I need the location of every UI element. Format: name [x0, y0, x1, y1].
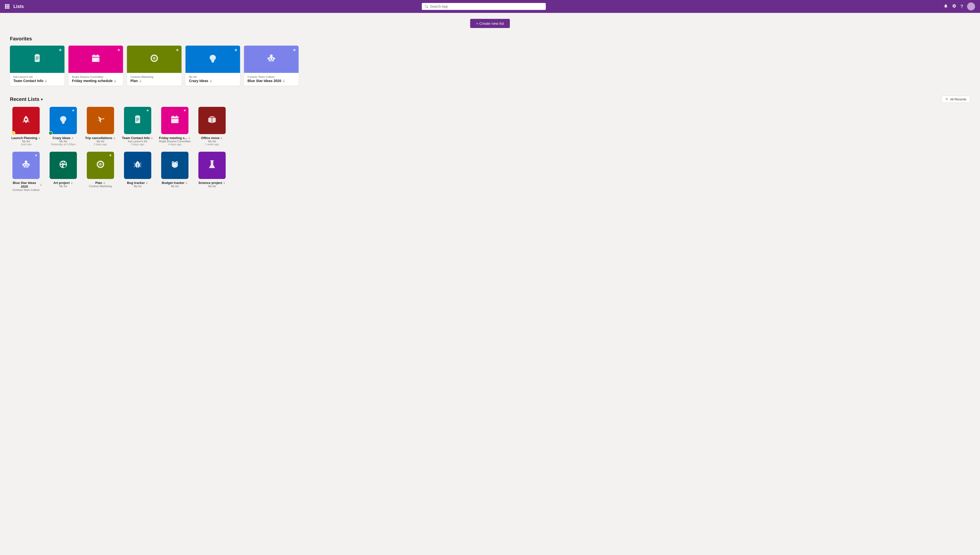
recent-card-icon-wrap: ★	[161, 107, 188, 134]
svg-rect-34	[270, 60, 273, 61]
recent-list-card[interactable]: Art project My list	[47, 152, 79, 191]
svg-point-76	[137, 161, 139, 164]
svg-rect-53	[174, 121, 175, 122]
settings-icon[interactable]	[952, 4, 956, 10]
notification-icon[interactable]	[943, 4, 948, 10]
svg-point-32	[270, 58, 271, 59]
recent-card-owner: My list	[171, 184, 178, 188]
favorite-card-title: Blue Star Ideas 2020	[247, 79, 295, 83]
favorite-card[interactable]: ★ Bright Dreams Committee Friday meeting…	[68, 46, 123, 86]
svg-rect-10	[36, 54, 39, 55]
share-icon	[185, 181, 188, 184]
filter-icon	[945, 98, 948, 101]
recent-grid-row2: ★ Blue Star Ideas 2020 Contoso Team Cult…	[10, 152, 970, 191]
recent-list-card[interactable]: Trip cancellations My list 2 days ago	[84, 107, 117, 146]
svg-line-80	[140, 163, 141, 164]
create-new-list-button[interactable]: + Create new list	[470, 19, 510, 28]
favorite-card-icon	[266, 53, 276, 66]
recent-card-icon	[207, 159, 217, 172]
recent-card-name: Launch Planning	[11, 136, 41, 140]
recent-lists-heading[interactable]: Recent Lists ▾	[10, 96, 43, 102]
recent-card-icon-wrap	[50, 152, 77, 179]
recent-list-card[interactable]: ★ Team Contact Info Kat Larson's list 3 …	[122, 107, 154, 146]
recent-list-card[interactable]: Budget tracker My list	[159, 152, 191, 191]
recent-card-name: Science project	[198, 181, 226, 184]
svg-rect-27	[212, 61, 214, 62]
recent-card-time: 1 week ago	[205, 143, 219, 146]
recent-star-icon[interactable]: ★	[109, 153, 112, 157]
share-icon	[103, 181, 106, 184]
all-recents-button[interactable]: All Recents	[941, 96, 970, 103]
favorite-star-icon[interactable]: ★	[175, 48, 179, 52]
recent-card-name: Budget tracker	[162, 181, 188, 184]
search-box	[422, 3, 546, 10]
share-icon	[44, 79, 48, 83]
recent-card-icon	[58, 114, 68, 127]
recent-star-icon[interactable]: ★	[34, 153, 38, 157]
recent-card-owner: My list	[134, 184, 141, 188]
recent-card-owner: My list	[59, 140, 67, 143]
svg-rect-36	[274, 58, 275, 59]
recent-list-card[interactable]: Office move My list 1 week ago	[196, 107, 228, 146]
recent-card-owner: My list	[208, 184, 216, 188]
waffle-icon[interactable]	[5, 4, 10, 9]
recent-card-icon	[207, 114, 217, 127]
recent-star-icon[interactable]: ★	[146, 108, 149, 112]
search-container	[28, 3, 940, 10]
recent-card-time: 2 days ago	[94, 143, 107, 146]
share-icon	[209, 79, 212, 83]
favorite-card[interactable]: ★ Contoso Marketing Plan	[127, 46, 182, 86]
help-icon[interactable]: ?	[961, 4, 963, 9]
recent-list-card[interactable]: Science project My list	[196, 152, 228, 191]
share-icon	[38, 136, 41, 139]
svg-point-74	[100, 164, 101, 165]
header-icons: ?	[943, 3, 975, 10]
recent-star-icon[interactable]: ★	[183, 108, 186, 112]
favorite-star-icon[interactable]: ★	[58, 48, 62, 52]
favorite-star-icon[interactable]: ★	[234, 48, 238, 52]
svg-rect-63	[29, 164, 30, 165]
recent-card-owner: My list	[22, 140, 30, 143]
recent-card-icon	[170, 114, 180, 127]
svg-rect-3	[5, 6, 6, 7]
recent-list-card[interactable]: ↗ Launch Planning My list Just now	[10, 107, 42, 146]
recent-card-icon-wrap	[87, 107, 114, 134]
favorite-card-icon	[149, 53, 159, 66]
recent-list-card[interactable]: Bug tracker My list	[122, 152, 154, 191]
recent-list-card[interactable]: ★ Plan Contoso Marketing	[84, 152, 117, 191]
share-icon	[220, 136, 223, 139]
recent-list-card[interactable]: ★ Friday meeting s... Bright Dreams Comm…	[159, 107, 191, 146]
svg-rect-18	[93, 58, 95, 60]
recent-card-icon-wrap: ★	[87, 152, 114, 179]
svg-rect-16	[93, 54, 95, 56]
favorite-star-icon[interactable]: ★	[117, 48, 120, 52]
svg-rect-28	[212, 62, 214, 63]
svg-line-79	[134, 166, 135, 167]
recent-card-owner: Contoso Team Culture	[13, 188, 39, 191]
search-input[interactable]	[430, 5, 543, 8]
recent-list-card[interactable]: ★ Blue Star Ideas 2020 Contoso Team Cult…	[10, 152, 42, 191]
favorite-card[interactable]: ★ Kat Larson's list Team Contact Info	[10, 46, 64, 86]
recent-card-time: Yesterday at 4:30pm	[51, 143, 76, 146]
favorite-card[interactable]: ★ Contoso Team Culture Blue Star Ideas 2…	[244, 46, 299, 86]
recent-star-icon[interactable]: ★	[72, 108, 75, 112]
favorites-grid: ★ Kat Larson's list Team Contact Info ★ …	[10, 46, 970, 86]
recent-card-name: Friday meeting s...	[159, 136, 191, 140]
share-icon	[113, 136, 116, 139]
recent-grid: ↗ Launch Planning My list Just now ★ ↗ C…	[10, 107, 970, 146]
favorite-card[interactable]: ★ My list Crazy Ideas	[185, 46, 240, 86]
favorite-card-subtitle: Bright Dreams Committee	[72, 75, 119, 78]
svg-point-68	[61, 165, 62, 166]
svg-point-66	[64, 162, 66, 164]
favorite-card-icon	[91, 53, 101, 66]
recent-card-icon-wrap	[124, 152, 151, 179]
svg-point-33	[272, 58, 273, 59]
svg-rect-41	[137, 115, 139, 116]
recent-card-icon-wrap: ★ ↗	[50, 107, 77, 134]
recent-list-card[interactable]: ★ ↗ Crazy Ideas My list Yesterday at 4:3…	[47, 107, 79, 146]
recent-card-owner: Contoso Marketing	[89, 184, 112, 188]
svg-rect-19	[95, 58, 96, 60]
share-icon	[40, 183, 42, 186]
avatar[interactable]	[967, 3, 975, 10]
favorite-star-icon[interactable]: ★	[292, 48, 296, 52]
